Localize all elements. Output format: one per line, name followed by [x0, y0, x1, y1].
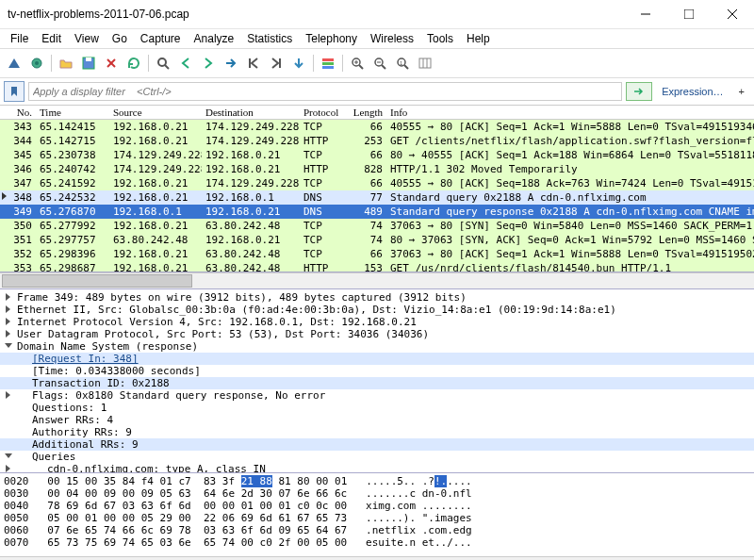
- hex-pane[interactable]: 0020 00 15 00 35 84 f4 01 c7 83 3f 21 88…: [0, 473, 754, 556]
- detail-row[interactable]: Answer RRs: 4: [0, 414, 754, 426]
- svg-point-5: [35, 61, 39, 65]
- col-info[interactable]: Info: [386, 106, 754, 119]
- resize-columns-icon[interactable]: [415, 53, 435, 74]
- separator: [342, 55, 343, 72]
- svg-rect-12: [322, 58, 334, 61]
- titlebar: tv-netflix-problems-2011-07-06.pcap: [0, 0, 754, 29]
- col-protocol[interactable]: Protocol: [300, 106, 347, 119]
- detail-row[interactable]: Additional RRs: 9: [0, 438, 754, 451]
- col-time[interactable]: Time: [36, 106, 109, 119]
- packet-list[interactable]: No. Time Source Destination Protocol Len…: [0, 106, 754, 272]
- window-title: tv-netflix-problems-2011-07-06.pcap: [8, 8, 624, 21]
- detail-row[interactable]: Authority RRs: 9: [0, 426, 754, 438]
- menu-help[interactable]: Help: [460, 30, 497, 47]
- colorize-icon[interactable]: [318, 53, 338, 74]
- menu-file[interactable]: File: [4, 30, 35, 47]
- hex-line[interactable]: 0050 05 00 01 00 00 05 29 00 22 06 69 6d…: [4, 512, 750, 524]
- svg-rect-14: [322, 66, 334, 69]
- detail-row[interactable]: Domain Name System (response): [0, 340, 754, 353]
- menu-capture[interactable]: Capture: [134, 30, 188, 47]
- bookmark-filter-icon[interactable]: [4, 81, 25, 102]
- packet-list-hscroll[interactable]: [0, 272, 754, 289]
- autoscroll-icon[interactable]: [288, 53, 309, 74]
- zoom-out-icon[interactable]: [369, 53, 390, 74]
- packet-row[interactable]: 34565.230738174.129.249.228192.168.0.21T…: [0, 148, 754, 162]
- detail-row[interactable]: Queries: [0, 451, 754, 463]
- menu-tools[interactable]: Tools: [420, 30, 460, 47]
- detail-row[interactable]: User Datagram Protocol, Src Port: 53 (53…: [0, 328, 754, 340]
- menu-go[interactable]: Go: [106, 30, 134, 47]
- svg-rect-7: [86, 58, 91, 61]
- col-length[interactable]: Length: [347, 106, 386, 119]
- svg-rect-1: [684, 9, 694, 19]
- detail-row[interactable]: [Request In: 348]: [0, 353, 754, 365]
- col-no[interactable]: No.: [0, 106, 36, 119]
- menu-wireless[interactable]: Wireless: [364, 30, 420, 47]
- hex-line[interactable]: 0030 00 04 00 09 00 09 05 63 64 6e 2d 30…: [4, 487, 750, 500]
- add-filter-button[interactable]: +: [733, 84, 750, 99]
- capture-options-icon[interactable]: [26, 53, 47, 74]
- detail-row[interactable]: cdn-0.nflximg.com: type A, class IN: [0, 463, 754, 473]
- detail-row[interactable]: Internet Protocol Version 4, Src: 192.16…: [0, 316, 754, 328]
- menu-statistics[interactable]: Statistics: [240, 30, 299, 47]
- display-filter-input[interactable]: [28, 82, 622, 101]
- apply-filter-button[interactable]: [626, 82, 652, 101]
- hex-line[interactable]: 0070 65 73 75 69 74 65 03 6e 65 74 00 c0…: [4, 536, 750, 549]
- detail-row[interactable]: Flags: 0x8180 Standard query response, N…: [0, 389, 754, 402]
- reload-icon[interactable]: [123, 53, 144, 74]
- packet-row[interactable]: 34465.142715192.168.0.21174.129.249.228H…: [0, 134, 754, 148]
- col-destination[interactable]: Destination: [202, 106, 300, 119]
- menu-edit[interactable]: Edit: [35, 30, 68, 47]
- hex-line[interactable]: 0040 78 69 6d 67 03 63 6f 6d 00 00 01 00…: [4, 500, 750, 512]
- packet-row[interactable]: 35365.298687192.168.0.2163.80.242.48HTTP…: [0, 261, 754, 272]
- filter-bar: Expression… +: [0, 78, 754, 106]
- statusbar: Identification of transaction (dns.id), …: [0, 556, 754, 560]
- open-icon[interactable]: [56, 53, 76, 74]
- svg-rect-25: [419, 58, 431, 68]
- menu-telephony[interactable]: Telephony: [299, 30, 364, 47]
- close-file-icon[interactable]: [101, 53, 122, 74]
- separator: [51, 55, 52, 72]
- packet-row[interactable]: 35165.29775763.80.242.48192.168.0.21TCP7…: [0, 233, 754, 247]
- packet-row[interactable]: 35265.298396192.168.0.2163.80.242.48TCP6…: [0, 247, 754, 261]
- detail-row[interactable]: Frame 349: 489 bytes on wire (3912 bits)…: [0, 291, 754, 304]
- packet-row[interactable]: 34965.276870192.168.0.1192.168.0.21DNS48…: [0, 205, 754, 219]
- prev-icon[interactable]: [175, 53, 196, 74]
- detail-row[interactable]: Transaction ID: 0x2188: [0, 377, 754, 389]
- packet-row[interactable]: 34865.242532192.168.0.21192.168.0.1DNS77…: [0, 190, 754, 205]
- zoom-reset-icon[interactable]: 1: [392, 53, 413, 74]
- detail-row[interactable]: Questions: 1: [0, 402, 754, 414]
- first-icon[interactable]: [243, 53, 264, 74]
- menu-view[interactable]: View: [68, 30, 106, 47]
- save-icon[interactable]: [78, 53, 99, 74]
- packet-row[interactable]: 34665.240742174.129.249.228192.168.0.21H…: [0, 162, 754, 176]
- packet-row[interactable]: 35065.277992192.168.0.2163.80.242.48TCP7…: [0, 219, 754, 233]
- minimize-button[interactable]: [624, 0, 667, 28]
- shark-fin-icon[interactable]: [4, 53, 25, 74]
- packet-row[interactable]: 34365.142415192.168.0.21174.129.249.228T…: [0, 120, 754, 134]
- close-button[interactable]: [711, 0, 754, 28]
- separator: [313, 55, 314, 72]
- menu-analyze[interactable]: Analyze: [188, 30, 241, 47]
- svg-rect-13: [322, 62, 334, 65]
- toolbar: 1: [0, 49, 754, 78]
- separator: [148, 55, 149, 72]
- next-icon[interactable]: [198, 53, 219, 74]
- packet-list-header: No. Time Source Destination Protocol Len…: [0, 106, 754, 120]
- svg-line-24: [404, 65, 408, 69]
- zoom-in-icon[interactable]: [347, 53, 368, 74]
- maximize-button[interactable]: [667, 0, 711, 28]
- detail-row[interactable]: [Time: 0.034338000 seconds]: [0, 365, 754, 377]
- col-source[interactable]: Source: [109, 106, 202, 119]
- hex-line[interactable]: 0060 07 6e 65 74 66 6c 69 78 03 63 6f 6d…: [4, 524, 750, 536]
- packet-row[interactable]: 34765.241592192.168.0.21174.129.249.228T…: [0, 176, 754, 190]
- last-icon[interactable]: [266, 53, 287, 74]
- hex-line[interactable]: 0020 00 15 00 35 84 f4 01 c7 83 3f 21 88…: [4, 475, 750, 487]
- packet-details[interactable]: Frame 349: 489 bytes on wire (3912 bits)…: [0, 289, 754, 473]
- find-icon[interactable]: [153, 53, 173, 74]
- goto-icon[interactable]: [221, 53, 241, 74]
- detail-row[interactable]: Ethernet II, Src: Globalsc_00:3b:0a (f0:…: [0, 304, 754, 316]
- svg-line-11: [165, 65, 169, 69]
- svg-line-21: [382, 65, 385, 69]
- expression-button[interactable]: Expression…: [656, 84, 729, 99]
